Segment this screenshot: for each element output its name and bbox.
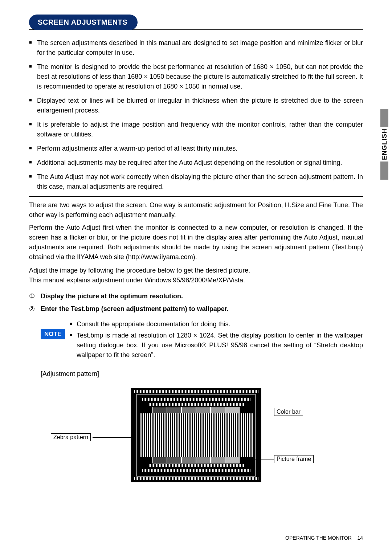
step-number-icon: ①	[29, 291, 36, 302]
page-footer: OPERATING THE MONITOR 14	[285, 535, 363, 541]
language-tab: ENGLISH	[380, 109, 388, 180]
language-label: ENGLISH	[381, 128, 388, 160]
bullet-item: The screen adjustments described in this…	[29, 38, 363, 58]
divider-rule	[29, 196, 363, 197]
callout-pictureframe: Picture frame	[274, 455, 314, 463]
paragraph-line: This manual explains adjustment under Wi…	[29, 275, 363, 285]
note-list: Consult the appropriate documentation fo…	[69, 319, 363, 361]
section-title-pill: SCREEN ADJUSTMENTS	[29, 15, 138, 30]
bullet-item: Perform adjustments after a warm-up peri…	[29, 144, 363, 154]
figure-caption: [Adjustment pattern]	[41, 370, 363, 378]
footer-page-number: 14	[357, 535, 363, 541]
tab-bar-bottom	[380, 162, 388, 180]
note-badge: NOTE	[41, 329, 65, 340]
page-header: SCREEN ADJUSTMENTS	[29, 15, 363, 30]
callout-line	[93, 437, 131, 438]
bullet-item: Additional adjustments may be required a…	[29, 158, 363, 168]
adjustment-pattern-figure: Zebra pattern Color bar Picture frame	[65, 388, 327, 490]
pattern-outer	[131, 388, 261, 482]
step-text: Enter the Test.bmp (screen adjustment pa…	[41, 304, 229, 314]
paragraph-group: Adjust the image by following the proced…	[29, 266, 363, 285]
paragraph: Perform the Auto Adjust first when the m…	[29, 223, 363, 262]
zebra-stripe	[134, 390, 258, 393]
callout-colorbar: Color bar	[274, 408, 303, 416]
note-item: Test.bmp is made at resolution of 1280 ×…	[69, 331, 363, 360]
bullet-item: Displayed text or lines will be blurred …	[29, 96, 363, 115]
callout-line	[240, 412, 274, 412]
paragraph: There are two ways to adjust the screen.…	[29, 200, 363, 220]
callout-line	[252, 459, 274, 459]
intro-bullet-list: The screen adjustments described in this…	[29, 38, 363, 192]
tab-bar-top	[380, 109, 388, 127]
step-row: ② Enter the Test.bmp (screen adjustment …	[29, 304, 363, 314]
callout-zebra: Zebra pattern	[51, 433, 91, 441]
step-row: ① Display the picture at the optimum res…	[29, 291, 363, 302]
bullet-item: The Auto Adjust may not work correctly w…	[29, 172, 363, 192]
bullet-item: It is preferable to adjust the image pos…	[29, 120, 363, 139]
step-text: Display the picture at the optimum resol…	[41, 291, 183, 302]
zebra-stripe	[134, 477, 258, 480]
note-block: NOTE Consult the appropriate documentati…	[41, 319, 363, 361]
note-item: Consult the appropriate documentation fo…	[69, 319, 363, 329]
pattern-frame	[136, 394, 256, 477]
paragraph-line: Adjust the image by following the proced…	[29, 266, 363, 275]
footer-section: OPERATING THE MONITOR	[285, 535, 352, 541]
step-number-icon: ②	[29, 304, 36, 314]
steps-list: ① Display the picture at the optimum res…	[29, 291, 363, 314]
bullet-item: The monitor is designed to provide the b…	[29, 62, 363, 91]
